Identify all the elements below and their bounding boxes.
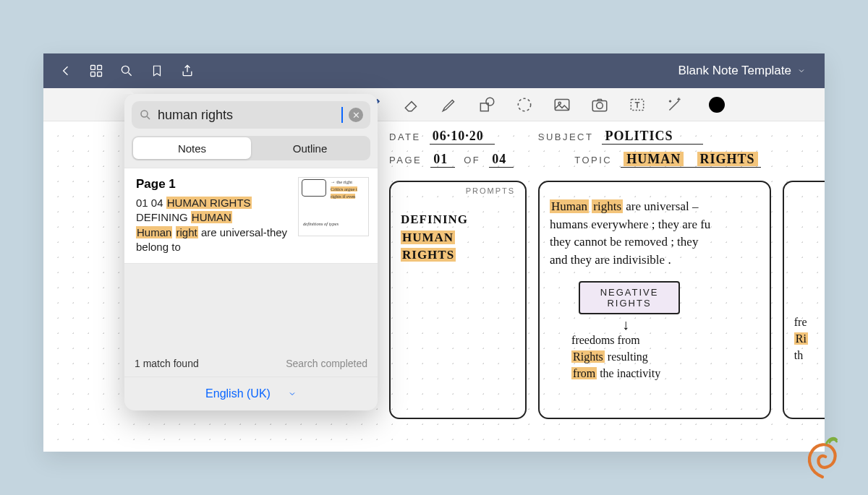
result-page-label: Page 1 (136, 177, 289, 191)
document-title-dropdown[interactable]: Blank Note Template (678, 64, 806, 78)
svg-rect-2 (91, 72, 95, 77)
date-field: DATE 06·10·20 (389, 129, 495, 145)
bookmark-button[interactable] (142, 53, 172, 88)
color-picker-black[interactable] (709, 97, 725, 113)
note-content: DATE 06·10·20 SUBJECT Politics PAGE 01 O… (389, 129, 825, 419)
language-label: English (UK) (205, 387, 271, 400)
page-label: PAGE (389, 155, 422, 165)
negative-rights-box: NEGATIVE RIGHTS (579, 281, 680, 314)
eraser-tool[interactable] (401, 94, 422, 116)
brand-logo (797, 431, 848, 482)
image-tool[interactable] (551, 94, 573, 116)
back-button[interactable] (51, 53, 81, 88)
page-value: 01 (430, 152, 455, 168)
topic-value-2: RIGHTS (697, 152, 758, 166)
highlighter-tool[interactable] (438, 94, 460, 116)
tab-notes[interactable]: Notes (133, 137, 251, 159)
search-scope-segmented: Notes Outline (132, 136, 370, 160)
chevron-down-icon (288, 389, 297, 398)
text-tool[interactable] (626, 94, 648, 116)
search-field[interactable]: ✕ (132, 101, 370, 129)
svg-point-11 (597, 102, 603, 108)
of-value: 04 (489, 152, 514, 168)
svg-point-13 (141, 111, 148, 117)
subject-value: Politics (602, 129, 703, 145)
search-icon (139, 108, 152, 121)
result-snippet: 01 04 HUMAN RIGHTS DEFINING HUMAN Human … (136, 196, 289, 254)
lasso-tool[interactable] (514, 94, 535, 116)
chevron-down-icon (797, 66, 806, 75)
date-value: 06·10·20 (430, 129, 495, 145)
search-button[interactable] (111, 53, 142, 88)
prompts-box: PROMPTS DEFINING HUMAN RIGHTS (389, 181, 527, 419)
of-label: OF (464, 155, 480, 165)
clear-search-button[interactable]: ✕ (349, 108, 363, 122)
arrow-down-icon: ↓ (622, 317, 760, 332)
notes-box: Human rights are universal – humans ever… (538, 181, 771, 419)
topic-value-1: HUMAN (624, 152, 684, 166)
grid-view-button[interactable] (81, 53, 111, 88)
date-label: DATE (389, 132, 421, 142)
document-title: Blank Note Template (678, 64, 791, 78)
text-cursor (341, 107, 343, 123)
result-thumbnail: → the right Critics argue t rights if ev… (298, 177, 369, 236)
subject-label: SUBJECT (538, 132, 594, 142)
prompts-label: PROMPTS (466, 186, 515, 195)
svg-point-9 (558, 102, 561, 104)
subject-field: SUBJECT Politics (538, 129, 704, 145)
tab-outline[interactable]: Outline (251, 137, 369, 159)
match-count: 1 match found (135, 358, 199, 369)
page-field: PAGE 01 OF 04 (389, 152, 514, 168)
notes-box-right-partial: fre Ri th (783, 181, 825, 419)
svg-point-4 (122, 66, 129, 73)
search-input[interactable] (158, 108, 336, 123)
share-button[interactable] (172, 53, 203, 88)
shapes-tool[interactable] (476, 94, 498, 116)
search-footer: 1 match found Search completed (132, 343, 370, 376)
svg-point-7 (518, 98, 530, 111)
language-selector[interactable]: English (UK) (124, 376, 378, 410)
search-result[interactable]: Page 1 01 04 HUMAN RIGHTS DEFINING HUMAN… (124, 168, 378, 264)
app-window: Blank Note Template (43, 53, 825, 452)
topic-label: TOPIC (574, 155, 612, 165)
top-navigation-bar: Blank Note Template (43, 53, 825, 88)
popover-caret (122, 88, 134, 94)
svg-rect-3 (98, 72, 102, 77)
svg-rect-0 (91, 66, 95, 70)
svg-point-6 (486, 98, 494, 106)
svg-rect-1 (98, 66, 102, 70)
search-status: Search completed (286, 358, 367, 369)
search-popover: ✕ Notes Outline Page 1 01 04 HUMAN RIGHT… (124, 94, 378, 410)
magic-tool[interactable] (664, 94, 686, 116)
camera-tool[interactable] (589, 94, 610, 116)
topic-field: TOPIC HUMAN RIGHTS (574, 152, 760, 168)
